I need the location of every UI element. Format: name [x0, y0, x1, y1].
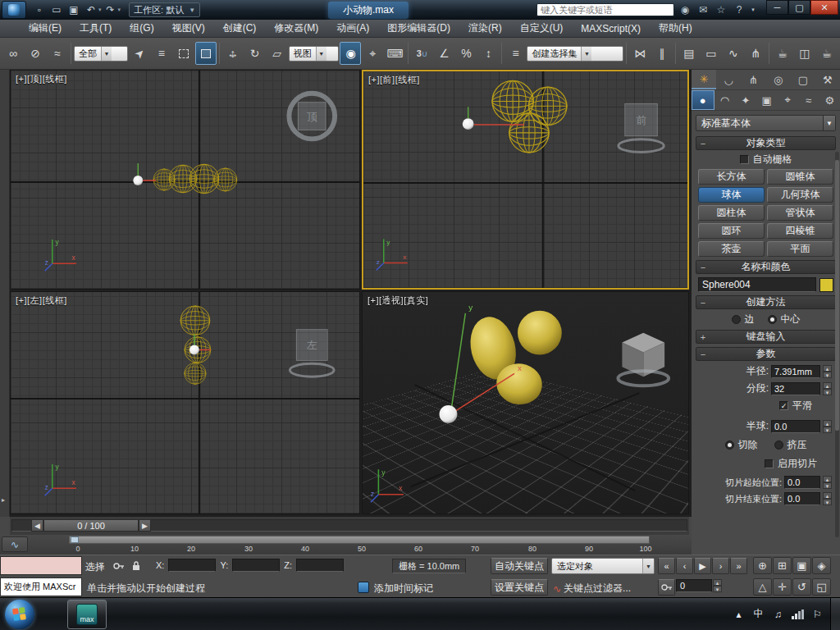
- slice-from-field[interactable]: 0.0: [784, 476, 820, 489]
- rollout-keyboard-entry[interactable]: + 键盘输入: [696, 330, 836, 344]
- menu-rendering[interactable]: 渲染(R): [459, 20, 511, 37]
- selection-lock-label[interactable]: 选择: [85, 560, 105, 574]
- chop-radio[interactable]: [725, 441, 734, 450]
- language-indicator[interactable]: 中: [752, 607, 765, 621]
- help-icon[interactable]: ?: [732, 2, 746, 17]
- radius-field[interactable]: 7.391mm: [771, 365, 820, 378]
- radius-spinner[interactable]: ▲▼: [823, 365, 832, 378]
- autogrid-checkbox[interactable]: [740, 155, 749, 164]
- taskbar-app-3dsmax[interactable]: max: [67, 600, 107, 629]
- bind-to-spacewarp-icon[interactable]: ≈: [47, 42, 68, 65]
- go-to-start-button[interactable]: «: [658, 558, 675, 574]
- schematic-view-icon[interactable]: ⋔: [745, 42, 766, 65]
- rollout-creation-method[interactable]: − 创建方法: [696, 295, 836, 309]
- z-coordinate-field[interactable]: [296, 559, 344, 572]
- viewcube[interactable]: [618, 333, 669, 386]
- scene-spheres-wireframe[interactable]: [492, 80, 567, 152]
- volume-icon[interactable]: ♫: [772, 609, 784, 620]
- slice-from-spinner[interactable]: ▲▼: [823, 476, 832, 489]
- menu-create[interactable]: 创建(C): [214, 20, 266, 37]
- viewcube[interactable]: 前: [619, 103, 664, 152]
- save-file-icon[interactable]: ▣: [66, 2, 82, 18]
- slice-to-spinner[interactable]: ▲▼: [823, 492, 832, 505]
- rollout-object-type[interactable]: − 对象类型: [696, 136, 836, 150]
- network-icon[interactable]: [792, 609, 804, 619]
- primitive-tube-button[interactable]: 管状体: [767, 205, 833, 221]
- show-desktop-button[interactable]: [830, 598, 840, 630]
- center-radio[interactable]: [768, 315, 777, 324]
- menu-maxscript[interactable]: MAXScript(X): [572, 21, 650, 36]
- time-slider[interactable]: ◀ 0 / 100 ▶: [10, 517, 689, 535]
- menu-group[interactable]: 组(G): [121, 20, 162, 37]
- x-coordinate-field[interactable]: [168, 559, 216, 572]
- viewcube[interactable]: 顶: [289, 94, 335, 139]
- hemisphere-spinner[interactable]: ▲▼: [823, 420, 832, 433]
- primitive-category-dropdown[interactable]: 标准基本体▼: [696, 115, 836, 131]
- maxscript-mini-listener[interactable]: 欢迎使用 MAXScr: [0, 578, 82, 596]
- viewport-perspective[interactable]: [+][透视][真实] y x: [362, 291, 689, 514]
- scene-spheres-shaded[interactable]: [464, 311, 562, 408]
- enable-slice-checkbox[interactable]: [765, 459, 774, 468]
- slice-to-field[interactable]: 0.0: [784, 492, 820, 505]
- zoom-extents-icon[interactable]: ▣: [792, 557, 811, 574]
- rollout-parameters[interactable]: − 参数: [696, 347, 836, 361]
- scene-spheres-wireframe[interactable]: [153, 164, 237, 193]
- unlink-selection-icon[interactable]: ⊘: [25, 42, 46, 65]
- menu-animation[interactable]: 动画(A): [327, 20, 378, 37]
- viewport-label[interactable]: [+][透视][真实]: [368, 294, 428, 307]
- select-and-link-icon[interactable]: ∞: [2, 42, 24, 65]
- primitive-cylinder-button[interactable]: 圆柱体: [698, 205, 765, 221]
- subtab-systems[interactable]: ⚙: [819, 90, 840, 110]
- selected-set-dropdown[interactable]: 选定对象▼: [551, 558, 655, 574]
- y-coordinate-field[interactable]: [232, 559, 280, 572]
- start-button[interactable]: [5, 600, 34, 629]
- application-menu-button[interactable]: [2, 1, 26, 19]
- zoom-extents-all-icon[interactable]: ◈: [812, 557, 831, 574]
- layer-manager-icon[interactable]: ▤: [678, 42, 700, 65]
- key-mode-toggle-icon[interactable]: [658, 579, 675, 596]
- action-center-flag-icon[interactable]: ⚐: [811, 609, 824, 620]
- primitive-sphere-button[interactable]: 球体: [698, 187, 765, 203]
- open-file-icon[interactable]: ▭: [48, 2, 65, 18]
- viewport-layout-tabs-strip[interactable]: ▸: [0, 70, 10, 517]
- select-and-move-icon[interactable]: ↔↕: [222, 42, 244, 65]
- align-icon[interactable]: ∥: [651, 42, 673, 65]
- viewport-top[interactable]: [+][顶][线框] 顶: [10, 70, 360, 290]
- subtab-spacewarps[interactable]: ≈: [798, 90, 819, 110]
- ribbon-toggle-icon[interactable]: ▭: [701, 42, 722, 65]
- key-filters-button[interactable]: ∿ 关键点过滤器...: [553, 582, 631, 596]
- segments-field[interactable]: 32: [771, 382, 820, 395]
- edge-radio[interactable]: [732, 315, 741, 324]
- track-bar-key-band[interactable]: [69, 536, 650, 544]
- angle-snap-icon[interactable]: ∠: [433, 42, 454, 65]
- viewport-left[interactable]: [+][左][线框] 左: [10, 291, 360, 514]
- hemisphere-field[interactable]: 0.0: [771, 420, 820, 433]
- track-bar[interactable]: ∿ 0 10 20 30 40 50 60 70 80 90 100: [0, 535, 692, 555]
- curve-editor-icon[interactable]: ∿: [723, 42, 744, 65]
- subtab-cameras[interactable]: ▣: [756, 90, 778, 110]
- named-selection-sets-icon[interactable]: ≡: [504, 42, 526, 65]
- viewport-label[interactable]: [+][顶][线框]: [16, 73, 67, 85]
- viewport-front[interactable]: [+][前][线框] 前: [362, 70, 689, 290]
- subtab-shapes[interactable]: ◠: [714, 90, 736, 110]
- snap-toggle-3d-icon[interactable]: 3∪: [411, 42, 432, 65]
- frame-spinner[interactable]: ▲▼: [713, 579, 722, 596]
- rendered-frame-window-icon[interactable]: ◫: [794, 42, 815, 65]
- menu-graph-editors[interactable]: 图形编辑器(D): [378, 20, 459, 37]
- orbit-icon[interactable]: ↺: [792, 578, 811, 596]
- primitive-torus-button[interactable]: 圆环: [698, 223, 765, 239]
- subtab-helpers[interactable]: ⌖: [777, 90, 798, 110]
- time-slider-handle[interactable]: 0 / 100: [43, 519, 139, 532]
- object-name-field[interactable]: Sphere004: [698, 277, 816, 292]
- add-time-tag[interactable]: 添加时间标记: [374, 582, 433, 596]
- reference-coordinate-dropdown[interactable]: 视图▼: [289, 46, 340, 62]
- tab-create[interactable]: ✳: [692, 70, 716, 89]
- primitive-plane-button[interactable]: 平面: [767, 241, 833, 257]
- close-button[interactable]: ✕: [810, 0, 838, 15]
- keyboard-override-icon[interactable]: ⌨: [384, 42, 405, 65]
- minimize-button[interactable]: ─: [766, 0, 788, 15]
- menu-modifiers[interactable]: 修改器(M): [265, 20, 327, 37]
- select-by-name-icon[interactable]: ≡: [151, 42, 172, 65]
- search-icon[interactable]: ◉: [678, 2, 692, 17]
- maximize-button[interactable]: ▢: [788, 0, 810, 15]
